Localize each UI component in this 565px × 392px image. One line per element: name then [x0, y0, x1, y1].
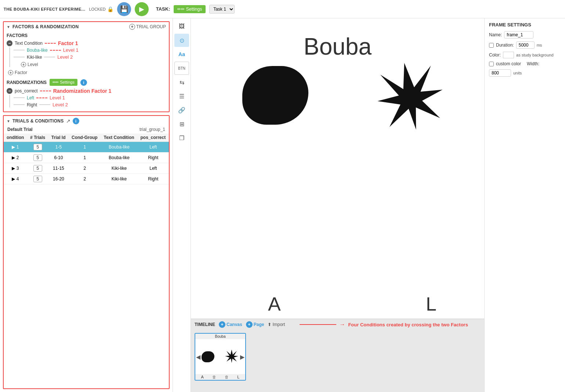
button-tool[interactable]: BTN: [174, 62, 189, 75]
fs-custom-color-label: custom color: [496, 61, 521, 66]
play-button[interactable]: ▶: [135, 2, 149, 16]
solid-separator: [44, 57, 55, 57]
fs-name-label: Name:: [489, 32, 502, 37]
fs-custom-color-checkbox[interactable]: [489, 62, 494, 66]
locked-badge: LOCKED 🔒: [89, 6, 113, 12]
fs-custom-color-row: custom color Width:: [489, 61, 561, 66]
randomizations-settings-button[interactable]: ✏ ✏ Settings: [50, 79, 77, 86]
trial-group-name: trial_group_1: [140, 127, 165, 132]
frame-nav-left[interactable]: ◀: [196, 353, 200, 360]
grid-tool[interactable]: ⊞: [174, 117, 189, 131]
annotation-text: Four Conditions created by crossing the …: [348, 322, 468, 327]
table-row[interactable]: ▶ 1 5 1-5 1 Bouba-like Left: [4, 142, 169, 153]
play-arrow[interactable]: ▶: [12, 176, 15, 182]
target-tool[interactable]: ⊙: [174, 34, 189, 47]
rand-level-item-1: Left Level 1: [14, 95, 166, 100]
factors-header: ▼ FACTORS & RANDOMIZATION + TRIAL GROUP: [4, 22, 169, 32]
info-icon[interactable]: i: [80, 79, 87, 86]
frame-settings-title: FRAME SETTINGS: [489, 22, 561, 28]
table-row[interactable]: ▶ 4 5 16-20 2 Kiki-like Right: [4, 174, 169, 184]
delete-icon-2[interactable]: 🗑: [225, 375, 229, 379]
delete-icon-1[interactable]: 🗑: [212, 375, 216, 379]
toolbar: THE BOUBA-KIKI EFFECT EXPERIME... LOCKED…: [0, 0, 565, 18]
trials-title: TRIALS & CONDITIONS: [12, 118, 64, 124]
frame-letter-l: L: [237, 375, 239, 379]
cell-condition: ▶ 2: [4, 153, 27, 163]
image-tool[interactable]: 🖼: [174, 20, 189, 33]
fs-width-input[interactable]: [489, 69, 511, 77]
canvas-row: Bouba A L: [191, 18, 565, 392]
import-button[interactable]: ⬆ Import: [268, 322, 285, 327]
table-row[interactable]: ▶ 2 5 6-10 1 Bouba-like Right: [4, 153, 169, 163]
cell-text-condition: Bouba-like: [101, 153, 137, 163]
collapse-trials-icon[interactable]: ▼: [7, 119, 10, 123]
frame-letter-a: A: [201, 375, 204, 379]
blob-shape: [242, 66, 308, 125]
copy-tool[interactable]: ❐: [174, 131, 189, 144]
left-panel: ▼ FACTORS & RANDOMIZATION + TRIAL GROUP …: [0, 18, 173, 392]
star-shape: [367, 53, 454, 147]
fs-width-row: units: [489, 69, 561, 77]
timeline-area: TIMELINE + Canvas + Page: [191, 319, 484, 392]
color-picker[interactable]: [503, 52, 514, 58]
fs-duration-input[interactable]: [516, 41, 535, 49]
canvas-button[interactable]: + Canvas: [219, 321, 242, 328]
factor-tree: Bouba-like Level 1 Kiki-like Level 2: [10, 47, 166, 67]
randomization-item: − pos_correct Randomization Factor 1: [7, 88, 166, 94]
frame-content: ◀ ▶: [195, 339, 245, 374]
save-button[interactable]: 💾: [117, 2, 131, 16]
play-arrow[interactable]: ▶: [12, 144, 15, 150]
canvas-area[interactable]: Bouba A L: [191, 18, 484, 392]
connector-line: [14, 50, 25, 50]
col-pos-correct: pos_correct: [137, 133, 169, 142]
cell-pos-correct: Right: [137, 153, 169, 163]
cell-pos-correct: Left: [137, 142, 169, 153]
cell-trials: 5: [27, 142, 48, 153]
factors-panel: ▼ FACTORS & RANDOMIZATION + TRIAL GROUP …: [3, 21, 170, 112]
info-icon-trials[interactable]: i: [73, 118, 79, 124]
link-tool[interactable]: 🔗: [174, 103, 189, 117]
collapse-icon[interactable]: ▼: [7, 25, 10, 29]
task-select[interactable]: Task 1: [209, 5, 235, 14]
level2-name: Kiki-like: [27, 55, 42, 60]
col-trials: # Trials: [27, 133, 48, 142]
cell-text-condition: Kiki-like: [101, 174, 137, 184]
fs-name-input[interactable]: [504, 31, 533, 39]
default-trial-label: Default Trial: [7, 127, 33, 132]
fs-duration-checkbox[interactable]: [489, 43, 494, 48]
main-content: ▼ FACTORS & RANDOMIZATION + TRIAL GROUP …: [0, 18, 565, 392]
collapse-factor-icon[interactable]: −: [7, 40, 12, 46]
cell-trial-id: 1-5: [48, 142, 69, 153]
text-tool[interactable]: Aa: [174, 48, 189, 61]
play-arrow[interactable]: ▶: [12, 166, 15, 171]
cell-text-condition: Bouba-like: [101, 142, 137, 153]
arrow-tool[interactable]: ⇆: [174, 76, 189, 89]
play-arrow[interactable]: ▶: [12, 155, 15, 160]
plus-icon: +: [129, 24, 135, 30]
collapse-randomization-icon[interactable]: −: [7, 88, 12, 94]
factor1-label: Factor 1: [58, 40, 78, 46]
app-title: THE BOUBA-KIKI EFFECT EXPERIME...: [4, 7, 85, 11]
timeline-toolbar: TIMELINE + Canvas + Page: [191, 319, 484, 330]
export-icon[interactable]: ↗: [66, 118, 70, 124]
frame-nav-right[interactable]: ▶: [240, 353, 245, 360]
add-trial-group-button[interactable]: + TRIAL GROUP: [129, 24, 166, 30]
mini-blob: [202, 351, 214, 362]
rand-level1-label: Level 1: [50, 95, 65, 100]
add-level-button[interactable]: + Level: [21, 62, 166, 67]
page-button[interactable]: + Page: [246, 321, 264, 328]
randomization1-label: Randomization Factor 1: [53, 88, 112, 94]
task-settings-button[interactable]: ✏ ✏ Settings: [174, 5, 206, 13]
cell-condition: ▶ 4: [4, 174, 27, 184]
cell-trial-id: 11-15: [48, 163, 69, 174]
add-factor-button[interactable]: + Factor: [8, 70, 166, 75]
frame-thumbnail[interactable]: Bouba ◀: [195, 333, 246, 381]
plus-icon: +: [8, 70, 13, 75]
table-row[interactable]: ▶ 3 5 11-15 2 Kiki-like Left: [4, 163, 169, 174]
import-icon: ⬆: [268, 322, 271, 327]
connector-line: [14, 98, 25, 98]
cell-trial-id: 6-10: [48, 153, 69, 163]
list-tool[interactable]: ☰: [174, 89, 189, 103]
fs-duration-row: Duration: ms: [489, 41, 561, 49]
arrow-head-icon: →: [339, 321, 345, 328]
